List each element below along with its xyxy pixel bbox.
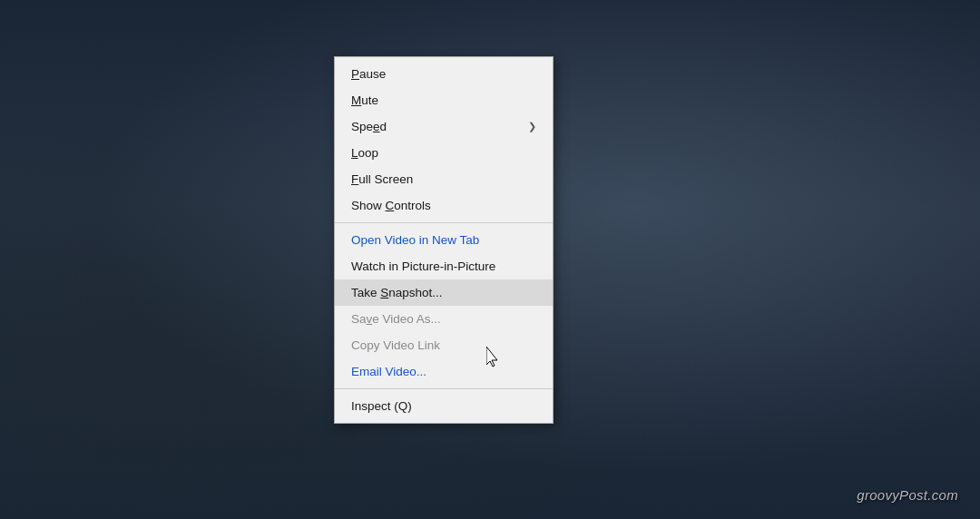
- menu-item-picture-in-picture[interactable]: Watch in Picture-in-Picture: [335, 253, 553, 279]
- menu-item-loop-label: Loop: [351, 146, 378, 160]
- speed-underline: e: [373, 120, 380, 133]
- menu-item-speed[interactable]: Speed ❯: [335, 113, 553, 140]
- pause-underline: P: [351, 67, 359, 81]
- menu-item-email-label: Email Video...: [351, 365, 426, 378]
- menu-item-mute[interactable]: Mute: [335, 87, 553, 113]
- menu-item-copy-link[interactable]: Copy Video Link: [335, 332, 553, 358]
- mute-underline: M: [351, 93, 361, 107]
- context-menu: Pause Mute Speed ❯ Loop Full Screen Show…: [334, 56, 554, 424]
- loop-underline: L: [351, 146, 358, 160]
- menu-item-speed-label: Speed: [351, 120, 387, 133]
- separator-2: [335, 388, 553, 389]
- menu-item-inspect-label: Inspect (Q): [351, 399, 412, 413]
- menu-item-fullscreen[interactable]: Full Screen: [335, 166, 553, 192]
- menu-item-pause-label: Pause: [351, 67, 386, 81]
- separator-1: [335, 222, 553, 223]
- watermark: groovyPost.com: [857, 487, 958, 503]
- controls-underline: C: [386, 199, 395, 212]
- menu-item-inspect[interactable]: Inspect (Q): [335, 393, 553, 419]
- menu-item-snapshot-label: Take Snapshot...: [351, 286, 443, 299]
- menu-item-pause[interactable]: Pause: [335, 61, 553, 87]
- save-underline: v: [367, 312, 373, 326]
- menu-item-save-label: Save Video As...: [351, 312, 441, 326]
- speed-submenu-chevron: ❯: [528, 121, 536, 132]
- menu-item-open-new-tab[interactable]: Open Video in New Tab: [335, 227, 553, 253]
- menu-item-show-controls[interactable]: Show Controls: [335, 192, 553, 219]
- menu-item-open-new-tab-label: Open Video in New Tab: [351, 233, 479, 247]
- menu-item-loop[interactable]: Loop: [335, 140, 553, 166]
- fullscreen-underline: F: [351, 172, 358, 186]
- menu-item-mute-label: Mute: [351, 93, 378, 107]
- menu-item-email-video[interactable]: Email Video...: [335, 358, 553, 385]
- menu-item-copy-label: Copy Video Link: [351, 338, 440, 352]
- menu-item-show-controls-label: Show Controls: [351, 199, 431, 212]
- snapshot-underline: S: [380, 286, 388, 299]
- menu-item-save-video[interactable]: Save Video As...: [335, 306, 553, 332]
- menu-item-pip-label: Watch in Picture-in-Picture: [351, 260, 495, 273]
- menu-item-fullscreen-label: Full Screen: [351, 172, 413, 186]
- menu-item-take-snapshot[interactable]: Take Snapshot...: [335, 279, 553, 306]
